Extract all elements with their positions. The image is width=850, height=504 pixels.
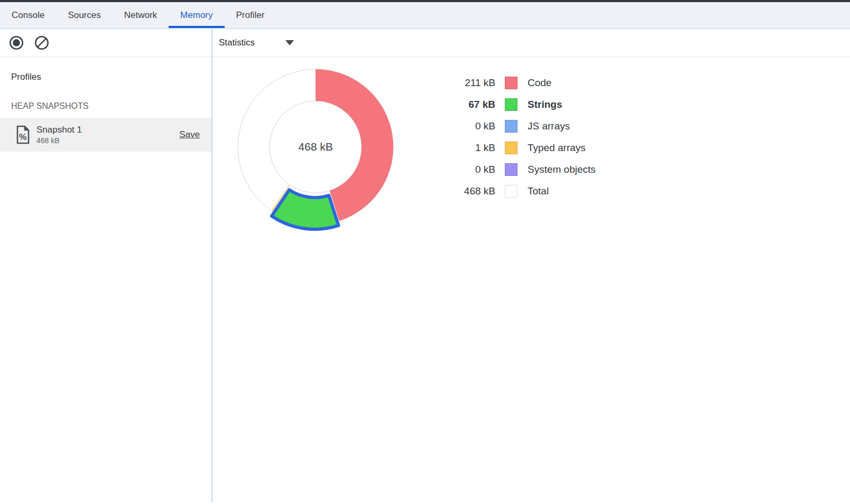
tab-network[interactable]: Network — [113, 2, 169, 28]
record-icon — [9, 35, 24, 50]
donut-slice-strings[interactable] — [272, 190, 339, 229]
snapshot-name: Snapshot 1 — [36, 125, 179, 135]
perspective-select-value: Statistics — [219, 38, 255, 48]
tab-sources[interactable]: Sources — [56, 2, 112, 28]
tab-console[interactable]: Console — [0, 2, 56, 28]
heap-snapshot-file-icon: % — [16, 125, 30, 144]
legend-value: 0 kB — [440, 164, 495, 175]
legend-value: 0 kB — [440, 120, 495, 132]
legend-value: 211 kB — [440, 77, 495, 89]
legend-label: JS arrays — [528, 120, 570, 132]
legend-label: Total — [528, 185, 549, 197]
snapshot-save-link[interactable]: Save — [179, 129, 200, 140]
record-heap-snapshot-button[interactable] — [9, 35, 24, 50]
snapshot-info: Snapshot 1 468 kB — [36, 125, 179, 145]
legend-swatch-js-arrays — [505, 120, 518, 133]
legend-row-code[interactable]: 211 kB Code — [440, 72, 596, 94]
toolbar-left-group — [0, 29, 211, 57]
legend-row-total[interactable]: 468 kB Total — [440, 180, 596, 202]
devtools-memory-panel: Console Sources Network Memory Profiler — [0, 0, 850, 504]
legend-label: Typed arrays — [528, 142, 586, 154]
heap-snapshots-heading: HEAP SNAPSHOTS — [0, 82, 211, 118]
tab-profiler[interactable]: Profiler — [225, 2, 276, 28]
legend-swatch-total — [505, 185, 518, 198]
clear-icon — [34, 35, 49, 50]
tab-memory[interactable]: Memory — [169, 2, 224, 28]
chart-total-label: 468 kB — [273, 141, 358, 153]
snapshot-size: 468 kB — [36, 136, 179, 145]
perspective-select[interactable]: Statistics — [216, 35, 297, 50]
legend-label: Code — [528, 77, 551, 89]
legend-row-js-arrays[interactable]: 0 kB JS arrays — [440, 115, 596, 137]
legend-swatch-typed-arrays — [505, 142, 518, 154]
memory-toolbar: Statistics — [0, 29, 850, 57]
statistics-view: 468 kB 211 kB Code 67 kB Strings 0 kB JS… — [212, 57, 850, 504]
toolbar-right-group: Statistics — [211, 29, 850, 57]
clear-profiles-button[interactable] — [34, 35, 49, 50]
legend-swatch-code — [505, 77, 518, 89]
svg-text:%: % — [19, 133, 26, 142]
legend-row-typed-arrays[interactable]: 1 kB Typed arrays — [440, 137, 596, 158]
legend-row-strings[interactable]: 67 kB Strings — [440, 94, 596, 115]
legend-value: 468 kB — [440, 185, 495, 197]
legend-value: 1 kB — [440, 142, 495, 154]
panel-tab-bar: Console Sources Network Memory Profiler — [0, 2, 850, 29]
legend-label: Strings — [528, 99, 562, 110]
legend-value: 67 kB — [440, 99, 495, 110]
snapshot-list-item[interactable]: % Snapshot 1 468 kB Save — [0, 118, 211, 152]
chevron-down-icon — [285, 40, 294, 45]
sidebar-title: Profiles — [0, 57, 211, 82]
legend-swatch-strings — [505, 98, 518, 111]
chart-legend: 211 kB Code 67 kB Strings 0 kB JS arrays… — [440, 72, 596, 202]
legend-row-system-objects[interactable]: 0 kB System objects — [440, 158, 596, 180]
legend-label: System objects — [528, 164, 596, 175]
legend-swatch-system-objects — [505, 163, 518, 176]
profiles-sidebar: Profiles HEAP SNAPSHOTS % Snapshot 1 468… — [0, 57, 211, 504]
